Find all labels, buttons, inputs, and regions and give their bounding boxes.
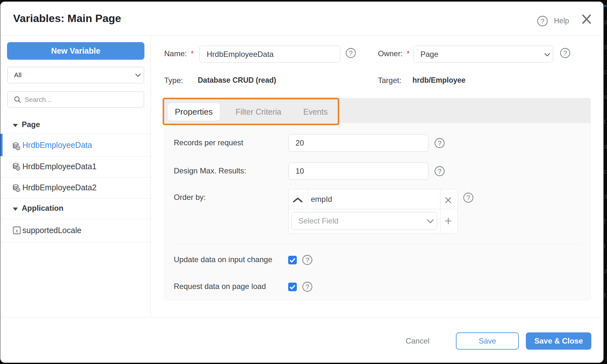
svg-text:?: ? xyxy=(438,140,442,147)
svg-text:x: x xyxy=(15,228,18,234)
svg-text:?: ? xyxy=(349,49,353,57)
svg-text:?: ? xyxy=(305,256,309,264)
svg-text:?: ? xyxy=(438,168,442,175)
svg-text:?: ? xyxy=(466,194,470,201)
svg-text:?: ? xyxy=(563,49,567,57)
svg-text:?: ? xyxy=(305,283,309,291)
svg-text:?: ? xyxy=(541,17,544,25)
